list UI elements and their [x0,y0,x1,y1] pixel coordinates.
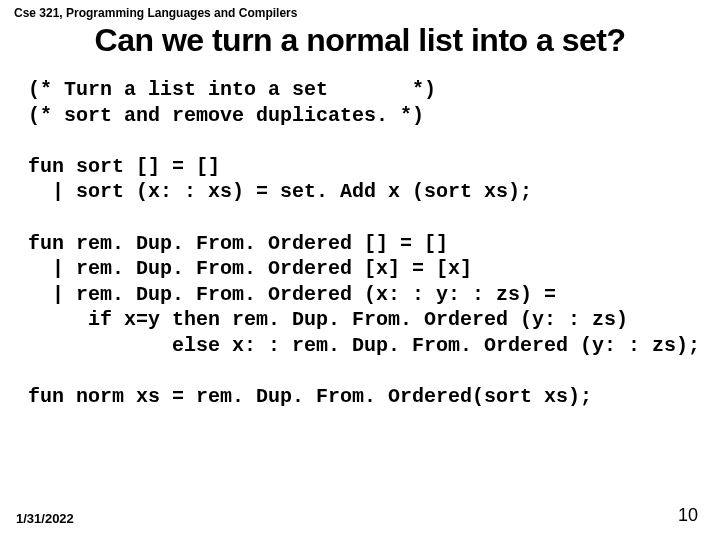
footer: 1/31/2022 10 [16,505,698,526]
code-block: (* Turn a list into a set *) (* sort and… [28,77,702,410]
slide-title: Can we turn a normal list into a set? [18,22,702,59]
slide: Cse 321, Programming Languages and Compi… [0,0,720,540]
footer-date: 1/31/2022 [16,511,74,526]
footer-page-number: 10 [678,505,698,526]
course-header: Cse 321, Programming Languages and Compi… [14,6,702,20]
